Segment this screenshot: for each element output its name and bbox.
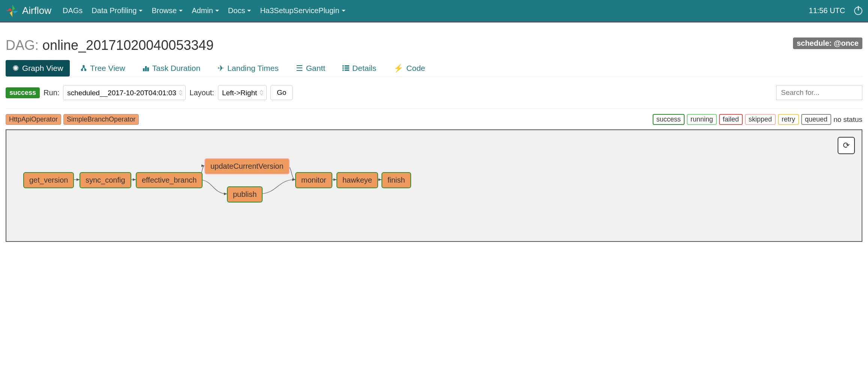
- operator-chip: SimpleBranchOperator: [63, 114, 139, 125]
- view-tabs: ✺ Graph View Tree View Task Duration ✈ L…: [6, 60, 862, 77]
- tab-label: Gantt: [306, 64, 325, 73]
- refresh-button[interactable]: ⟳: [838, 137, 855, 154]
- list-icon: ☰: [296, 64, 303, 73]
- run-status-badge: success: [6, 87, 40, 98]
- navbar-right: 11:56 UTC: [809, 6, 862, 15]
- nav-item-docs[interactable]: Docs: [228, 6, 251, 15]
- navbar-menu: DAGs Data Profiling Browse Admin Docs Ha…: [63, 6, 809, 15]
- brand-text: Airflow: [22, 5, 51, 16]
- run-label: Run:: [44, 88, 59, 97]
- svg-marker-2: [10, 11, 12, 17]
- task-node-updateCurrentVersion[interactable]: updateCurrentVersion: [204, 158, 290, 174]
- svg-rect-9: [147, 68, 149, 71]
- tab-tree-view[interactable]: Tree View: [74, 60, 132, 76]
- task-node-monitor[interactable]: monitor: [295, 172, 332, 188]
- graph-controls: success Run: scheduled__2017-10-20T04:01…: [6, 85, 862, 109]
- operator-legend: HttpApiOperator SimpleBranchOperator: [6, 114, 139, 125]
- graph-canvas[interactable]: ⟳ get_versionsync_configeffective_branch…: [6, 129, 862, 242]
- bar-chart-icon: [143, 65, 149, 72]
- svg-rect-13: [345, 68, 349, 69]
- tab-label: Tree View: [90, 64, 125, 73]
- status-chip-failed: failed: [719, 114, 743, 125]
- tab-label: Code: [406, 64, 425, 73]
- tab-details[interactable]: Details: [336, 60, 383, 76]
- task-node-get_version[interactable]: get_version: [23, 172, 74, 188]
- navbar-clock: 11:56 UTC: [809, 6, 845, 15]
- run-select[interactable]: scheduled__2017-10-20T04:01:03: [63, 85, 186, 100]
- power-icon[interactable]: [854, 7, 862, 15]
- search-input[interactable]: [776, 85, 862, 100]
- task-node-publish[interactable]: publish: [227, 186, 263, 202]
- caret-icon: [342, 10, 345, 12]
- svg-rect-7: [143, 68, 145, 71]
- tab-graph-view[interactable]: ✺ Graph View: [6, 60, 70, 76]
- schedule-badge: schedule: @once: [793, 38, 862, 49]
- task-node-sync_config[interactable]: sync_config: [80, 172, 131, 188]
- tab-label: Graph View: [22, 64, 63, 73]
- caret-icon: [215, 10, 219, 12]
- dag-title-prefix: DAG:: [6, 38, 42, 53]
- svg-marker-3: [6, 8, 12, 10]
- svg-rect-10: [342, 65, 344, 66]
- tab-gantt[interactable]: ☰ Gantt: [289, 60, 332, 76]
- bolt-icon: ⚡: [393, 64, 403, 73]
- brand-link[interactable]: Airflow: [6, 4, 51, 18]
- page-body: DAG: online_20171020040053349 schedule: …: [0, 22, 868, 248]
- svg-rect-14: [342, 69, 344, 70]
- go-button[interactable]: Go: [270, 85, 293, 100]
- page-title: DAG: online_20171020040053349: [6, 38, 213, 53]
- task-node-finish[interactable]: finish: [381, 172, 411, 188]
- nav-item-dags[interactable]: DAGs: [63, 6, 83, 15]
- svg-rect-15: [345, 69, 349, 70]
- tree-icon: [80, 65, 87, 72]
- graph-edges: [6, 130, 862, 241]
- status-chip-running: running: [687, 114, 717, 125]
- tab-label: Details: [352, 64, 376, 73]
- svg-rect-8: [145, 66, 147, 71]
- dag-id: online_20171020040053349: [42, 38, 213, 53]
- status-no-status: no status: [833, 116, 862, 124]
- legend-row: HttpApiOperator SimpleBranchOperator suc…: [6, 114, 862, 125]
- status-chip-retry: retry: [778, 114, 799, 125]
- operator-chip: HttpApiOperator: [6, 114, 61, 125]
- task-node-hawkeye[interactable]: hawkeye: [336, 172, 378, 188]
- svg-rect-11: [345, 65, 349, 66]
- svg-rect-12: [342, 68, 344, 69]
- details-list-icon: [342, 65, 349, 72]
- tab-code[interactable]: ⚡ Code: [387, 60, 432, 76]
- tab-task-duration[interactable]: Task Duration: [136, 60, 207, 76]
- caret-icon: [179, 10, 183, 12]
- tab-landing-times[interactable]: ✈ Landing Times: [211, 60, 285, 76]
- nav-item-plugin[interactable]: Ha3SetupServicePlugin: [260, 6, 345, 15]
- status-legend: success running failed skipped retry que…: [653, 114, 862, 125]
- task-node-effective_branch[interactable]: effective_branch: [136, 172, 203, 188]
- top-navbar: Airflow DAGs Data Profiling Browse Admin…: [0, 0, 868, 22]
- svg-marker-1: [12, 11, 18, 14]
- nav-item-admin[interactable]: Admin: [192, 6, 219, 15]
- plane-icon: ✈: [218, 64, 224, 73]
- svg-point-4: [83, 65, 85, 68]
- svg-marker-0: [12, 4, 15, 10]
- caret-icon: [139, 10, 143, 12]
- layout-label: Layout:: [189, 88, 214, 97]
- sparkle-icon: ✺: [12, 64, 19, 73]
- status-chip-queued: queued: [801, 114, 831, 125]
- page-header: DAG: online_20171020040053349 schedule: …: [6, 38, 862, 53]
- tab-label: Landing Times: [227, 64, 279, 73]
- tab-label: Task Duration: [152, 64, 200, 73]
- status-chip-skipped: skipped: [745, 114, 776, 125]
- svg-point-6: [84, 69, 87, 71]
- layout-select[interactable]: Left->Right: [218, 85, 267, 100]
- nav-item-browse[interactable]: Browse: [152, 6, 183, 15]
- caret-icon: [247, 10, 251, 12]
- nav-item-data-profiling[interactable]: Data Profiling: [92, 6, 143, 15]
- airflow-logo-icon: [6, 4, 19, 18]
- svg-point-5: [81, 69, 83, 71]
- status-chip-success: success: [653, 114, 685, 125]
- refresh-icon: ⟳: [843, 141, 850, 150]
